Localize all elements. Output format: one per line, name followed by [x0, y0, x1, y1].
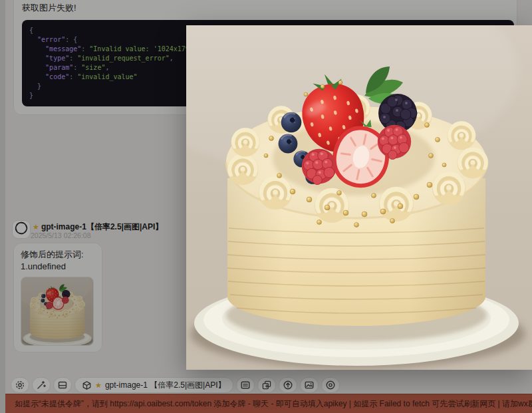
image-preview[interactable]	[186, 25, 532, 370]
